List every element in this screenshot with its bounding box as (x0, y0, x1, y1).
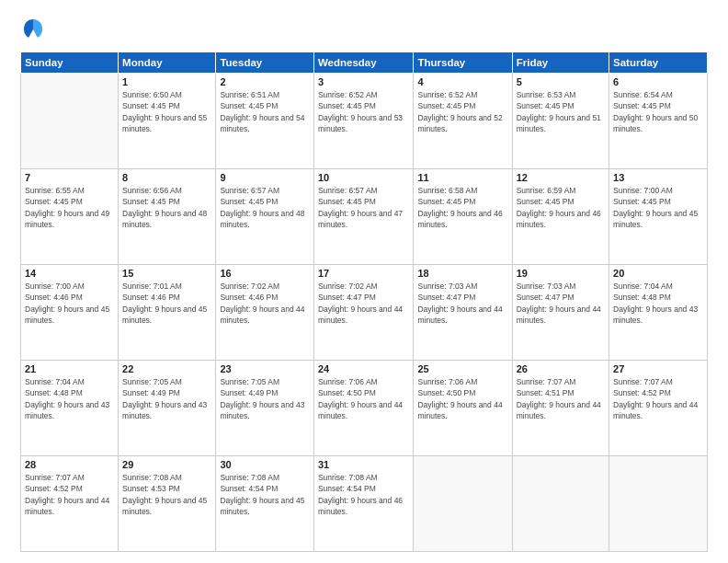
day-cell: 17 Sunrise: 7:02 AMSunset: 4:47 PMDaylig… (313, 265, 414, 361)
day-cell: 8 Sunrise: 6:56 AMSunset: 4:45 PMDayligh… (119, 169, 216, 265)
calendar-header-row: SundayMondayTuesdayWednesdayThursdayFrid… (21, 52, 708, 74)
day-cell: 1 Sunrise: 6:50 AMSunset: 4:45 PMDayligh… (119, 74, 216, 169)
day-info: Sunrise: 7:03 AMSunset: 4:47 PMDaylight:… (517, 282, 601, 325)
day-cell: 18 Sunrise: 7:03 AMSunset: 4:47 PMDaylig… (414, 265, 512, 361)
day-info: Sunrise: 7:02 AMSunset: 4:46 PMDaylight:… (220, 282, 304, 325)
day-cell: 7 Sunrise: 6:55 AMSunset: 4:45 PMDayligh… (21, 169, 119, 265)
day-info: Sunrise: 6:52 AMSunset: 4:45 PMDaylight:… (318, 90, 403, 133)
day-number: 29 (122, 459, 211, 470)
day-cell: 13 Sunrise: 7:00 AMSunset: 4:45 PMDaylig… (609, 169, 708, 265)
day-info: Sunrise: 7:07 AMSunset: 4:52 PMDaylight:… (25, 473, 109, 516)
day-cell: 28 Sunrise: 7:07 AMSunset: 4:52 PMDaylig… (21, 456, 119, 552)
col-header-wednesday: Wednesday (313, 52, 414, 74)
day-number: 6 (613, 76, 703, 87)
col-header-friday: Friday (512, 52, 609, 74)
day-info: Sunrise: 7:04 AMSunset: 4:48 PMDaylight:… (613, 282, 698, 325)
day-number: 22 (122, 363, 211, 374)
day-cell: 4 Sunrise: 6:52 AMSunset: 4:45 PMDayligh… (414, 74, 512, 169)
day-number: 15 (122, 268, 211, 279)
day-number: 30 (220, 459, 310, 470)
day-info: Sunrise: 6:58 AMSunset: 4:45 PMDaylight:… (417, 186, 502, 229)
calendar: SundayMondayTuesdayWednesdayThursdayFrid… (20, 52, 708, 552)
day-number: 1 (122, 76, 211, 87)
day-number: 10 (318, 172, 410, 183)
day-number: 24 (318, 363, 410, 374)
day-cell: 11 Sunrise: 6:58 AMSunset: 4:45 PMDaylig… (414, 169, 512, 265)
logo-area (20, 17, 50, 42)
day-cell: 22 Sunrise: 7:05 AMSunset: 4:49 PMDaylig… (119, 361, 216, 456)
day-info: Sunrise: 7:00 AMSunset: 4:45 PMDaylight:… (613, 186, 698, 229)
day-info: Sunrise: 7:02 AMSunset: 4:47 PMDaylight:… (318, 282, 403, 325)
day-number: 7 (25, 172, 114, 183)
day-info: Sunrise: 6:51 AMSunset: 4:45 PMDaylight:… (220, 90, 304, 133)
col-header-thursday: Thursday (414, 52, 512, 74)
day-number: 18 (417, 268, 507, 279)
day-number: 25 (417, 363, 507, 374)
day-number: 19 (517, 268, 605, 279)
day-info: Sunrise: 7:05 AMSunset: 4:49 PMDaylight:… (122, 377, 207, 420)
day-cell: 16 Sunrise: 7:02 AMSunset: 4:46 PMDaylig… (216, 265, 314, 361)
day-number: 13 (613, 172, 703, 183)
day-cell (512, 456, 609, 552)
day-cell: 23 Sunrise: 7:05 AMSunset: 4:49 PMDaylig… (216, 361, 314, 456)
day-cell (609, 456, 708, 552)
day-info: Sunrise: 6:57 AMSunset: 4:45 PMDaylight:… (220, 186, 304, 229)
day-number: 31 (318, 459, 410, 470)
day-number: 14 (25, 268, 114, 279)
day-cell: 10 Sunrise: 6:57 AMSunset: 4:45 PMDaylig… (313, 169, 414, 265)
day-info: Sunrise: 6:56 AMSunset: 4:45 PMDaylight:… (122, 186, 207, 229)
day-number: 21 (25, 363, 114, 374)
day-cell: 20 Sunrise: 7:04 AMSunset: 4:48 PMDaylig… (609, 265, 708, 361)
page: SundayMondayTuesdayWednesdayThursdayFrid… (0, 0, 728, 563)
day-cell (414, 456, 512, 552)
day-cell: 15 Sunrise: 7:01 AMSunset: 4:46 PMDaylig… (119, 265, 216, 361)
day-number: 9 (220, 172, 310, 183)
day-number: 27 (613, 363, 703, 374)
day-cell: 29 Sunrise: 7:08 AMSunset: 4:53 PMDaylig… (119, 456, 216, 552)
col-header-tuesday: Tuesday (216, 52, 314, 74)
day-number: 3 (318, 76, 410, 87)
day-info: Sunrise: 7:08 AMSunset: 4:53 PMDaylight:… (122, 473, 207, 516)
day-cell: 3 Sunrise: 6:52 AMSunset: 4:45 PMDayligh… (313, 74, 414, 169)
day-number: 8 (122, 172, 211, 183)
day-cell: 2 Sunrise: 6:51 AMSunset: 4:45 PMDayligh… (216, 74, 314, 169)
day-info: Sunrise: 6:54 AMSunset: 4:45 PMDaylight:… (613, 90, 698, 133)
day-number: 28 (25, 459, 114, 470)
day-info: Sunrise: 7:04 AMSunset: 4:48 PMDaylight:… (25, 377, 109, 420)
day-number: 16 (220, 268, 310, 279)
day-info: Sunrise: 7:06 AMSunset: 4:50 PMDaylight:… (318, 377, 403, 420)
day-cell: 31 Sunrise: 7:08 AMSunset: 4:54 PMDaylig… (313, 456, 414, 552)
day-number: 12 (517, 172, 605, 183)
week-row-1: 7 Sunrise: 6:55 AMSunset: 4:45 PMDayligh… (21, 169, 708, 265)
day-info: Sunrise: 6:53 AMSunset: 4:45 PMDaylight:… (517, 90, 601, 133)
day-cell: 21 Sunrise: 7:04 AMSunset: 4:48 PMDaylig… (21, 361, 119, 456)
day-info: Sunrise: 7:03 AMSunset: 4:47 PMDaylight:… (417, 282, 502, 325)
logo-icon (20, 17, 46, 42)
day-cell: 12 Sunrise: 6:59 AMSunset: 4:45 PMDaylig… (512, 169, 609, 265)
day-info: Sunrise: 6:59 AMSunset: 4:45 PMDaylight:… (517, 186, 601, 229)
week-row-4: 28 Sunrise: 7:07 AMSunset: 4:52 PMDaylig… (21, 456, 708, 552)
day-number: 26 (517, 363, 605, 374)
day-cell: 25 Sunrise: 7:06 AMSunset: 4:50 PMDaylig… (414, 361, 512, 456)
week-row-2: 14 Sunrise: 7:00 AMSunset: 4:46 PMDaylig… (21, 265, 708, 361)
day-cell (21, 74, 119, 169)
day-number: 11 (417, 172, 507, 183)
day-cell: 19 Sunrise: 7:03 AMSunset: 4:47 PMDaylig… (512, 265, 609, 361)
day-cell: 9 Sunrise: 6:57 AMSunset: 4:45 PMDayligh… (216, 169, 314, 265)
day-number: 2 (220, 76, 310, 87)
week-row-3: 21 Sunrise: 7:04 AMSunset: 4:48 PMDaylig… (21, 361, 708, 456)
day-info: Sunrise: 7:07 AMSunset: 4:52 PMDaylight:… (613, 377, 698, 420)
day-info: Sunrise: 6:52 AMSunset: 4:45 PMDaylight:… (417, 90, 502, 133)
day-info: Sunrise: 7:01 AMSunset: 4:46 PMDaylight:… (122, 282, 207, 325)
day-number: 20 (613, 268, 703, 279)
header (20, 17, 708, 42)
col-header-sunday: Sunday (21, 52, 119, 74)
day-cell: 27 Sunrise: 7:07 AMSunset: 4:52 PMDaylig… (609, 361, 708, 456)
col-header-monday: Monday (119, 52, 216, 74)
day-cell: 5 Sunrise: 6:53 AMSunset: 4:45 PMDayligh… (512, 74, 609, 169)
day-number: 5 (517, 76, 605, 87)
week-row-0: 1 Sunrise: 6:50 AMSunset: 4:45 PMDayligh… (21, 74, 708, 169)
day-info: Sunrise: 6:50 AMSunset: 4:45 PMDaylight:… (122, 90, 207, 133)
day-info: Sunrise: 7:08 AMSunset: 4:54 PMDaylight:… (220, 473, 304, 516)
day-info: Sunrise: 6:57 AMSunset: 4:45 PMDaylight:… (318, 186, 403, 229)
